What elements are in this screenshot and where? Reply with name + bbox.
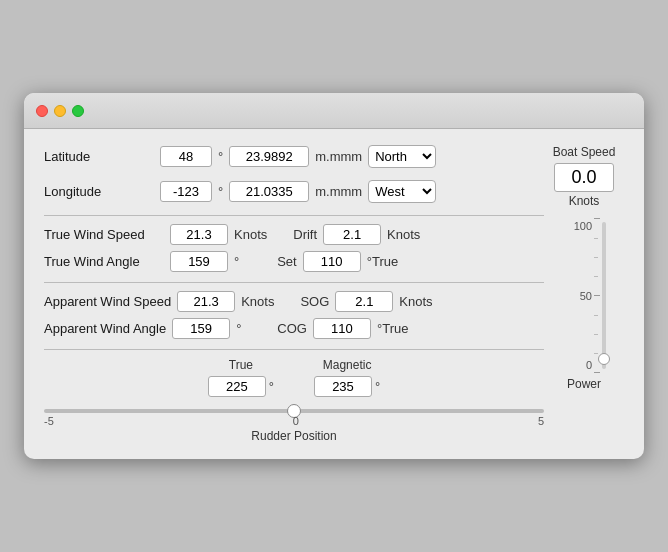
drift-unit: Knots bbox=[387, 227, 420, 242]
latitude-format-label: m.mmm bbox=[315, 149, 362, 164]
boat-speed-unit: Knots bbox=[569, 194, 600, 208]
longitude-degrees-input[interactable] bbox=[160, 181, 212, 202]
rudder-container: -5 0 5 Rudder Position bbox=[44, 409, 544, 443]
true-wind-angle-input[interactable] bbox=[170, 251, 228, 272]
right-panel: Boat Speed Knots 100 50 0 bbox=[544, 145, 624, 443]
apparent-wind-speed-input[interactable] bbox=[177, 291, 235, 312]
gauge-track bbox=[602, 222, 606, 369]
set-input[interactable] bbox=[303, 251, 361, 272]
rudder-position-label: Rudder Position bbox=[251, 429, 336, 443]
titlebar bbox=[24, 93, 644, 129]
drift-input[interactable] bbox=[323, 224, 381, 245]
compass-magnetic-value-wrap: ° bbox=[314, 376, 380, 397]
sog-input[interactable] bbox=[335, 291, 393, 312]
power-label: Power bbox=[567, 377, 601, 391]
latitude-decimal-input[interactable] bbox=[229, 146, 309, 167]
drift-label: Drift bbox=[293, 227, 317, 242]
rudder-scale: -5 0 5 bbox=[44, 415, 544, 427]
maximize-button[interactable] bbox=[72, 105, 84, 117]
gauge-label-50: 50 bbox=[580, 290, 592, 302]
apparent-wind-speed-unit: Knots bbox=[241, 294, 274, 309]
set-label: Set bbox=[277, 254, 297, 269]
gauge-container: 100 50 0 bbox=[554, 218, 614, 373]
longitude-decimal-input[interactable] bbox=[229, 181, 309, 202]
apparent-wind-speed-label: Apparent Wind Speed bbox=[44, 294, 171, 309]
gauge-label-0: 0 bbox=[586, 359, 592, 371]
compass-magnetic-label: Magnetic bbox=[323, 358, 372, 372]
compass-true-value-wrap: ° bbox=[208, 376, 274, 397]
main-window: Latitude ° m.mmm North South Longitude ° bbox=[24, 93, 644, 459]
latitude-degrees-input[interactable] bbox=[160, 146, 212, 167]
compass-row: True ° Magnetic ° bbox=[44, 358, 544, 397]
longitude-degree-symbol: ° bbox=[218, 184, 223, 199]
latitude-degree-symbol: ° bbox=[218, 149, 223, 164]
gauge-thumb[interactable] bbox=[598, 353, 610, 365]
rudder-min-label: -5 bbox=[44, 415, 54, 427]
traffic-lights bbox=[36, 105, 84, 117]
longitude-direction-select[interactable]: West East bbox=[368, 180, 436, 203]
compass-magnetic-input[interactable] bbox=[314, 376, 372, 397]
longitude-format-label: m.mmm bbox=[315, 184, 362, 199]
compass-magnetic-unit: ° bbox=[375, 379, 380, 394]
true-wind-speed-label: True Wind Speed bbox=[44, 227, 164, 242]
divider-2 bbox=[44, 282, 544, 283]
boat-speed-input[interactable] bbox=[554, 163, 614, 192]
latitude-label: Latitude bbox=[44, 149, 154, 164]
compass-magnetic: Magnetic ° bbox=[314, 358, 380, 397]
latitude-row: Latitude ° m.mmm North South bbox=[44, 145, 544, 168]
cog-unit: °True bbox=[377, 321, 408, 336]
apparent-wind-angle-unit: ° bbox=[236, 321, 241, 336]
latitude-direction-select[interactable]: North South bbox=[368, 145, 436, 168]
content-area: Latitude ° m.mmm North South Longitude ° bbox=[24, 129, 644, 459]
true-wind-speed-input[interactable] bbox=[170, 224, 228, 245]
rudder-slider[interactable] bbox=[44, 409, 544, 413]
divider-3 bbox=[44, 349, 544, 350]
true-wind-angle-label: True Wind Angle bbox=[44, 254, 164, 269]
sog-label: SOG bbox=[300, 294, 329, 309]
main-content: Latitude ° m.mmm North South Longitude ° bbox=[44, 145, 624, 443]
compass-true-label: True bbox=[229, 358, 253, 372]
gauge-label-100: 100 bbox=[574, 220, 592, 232]
longitude-row: Longitude ° m.mmm West East bbox=[44, 180, 544, 203]
divider-1 bbox=[44, 215, 544, 216]
longitude-label: Longitude bbox=[44, 184, 154, 199]
minimize-button[interactable] bbox=[54, 105, 66, 117]
true-wind-speed-unit: Knots bbox=[234, 227, 267, 242]
left-panel: Latitude ° m.mmm North South Longitude ° bbox=[44, 145, 544, 443]
set-unit: °True bbox=[367, 254, 398, 269]
compass-true-input[interactable] bbox=[208, 376, 266, 397]
compass-true-unit: ° bbox=[269, 379, 274, 394]
apparent-wind-angle-input[interactable] bbox=[172, 318, 230, 339]
cog-input[interactable] bbox=[313, 318, 371, 339]
boat-speed-label: Boat Speed bbox=[553, 145, 616, 159]
compass-true: True ° bbox=[208, 358, 274, 397]
cog-label: COG bbox=[277, 321, 307, 336]
sog-unit: Knots bbox=[399, 294, 432, 309]
apparent-wind-angle-label: Apparent Wind Angle bbox=[44, 321, 166, 336]
rudder-zero-label: 0 bbox=[293, 415, 299, 427]
close-button[interactable] bbox=[36, 105, 48, 117]
true-wind-angle-unit: ° bbox=[234, 254, 239, 269]
